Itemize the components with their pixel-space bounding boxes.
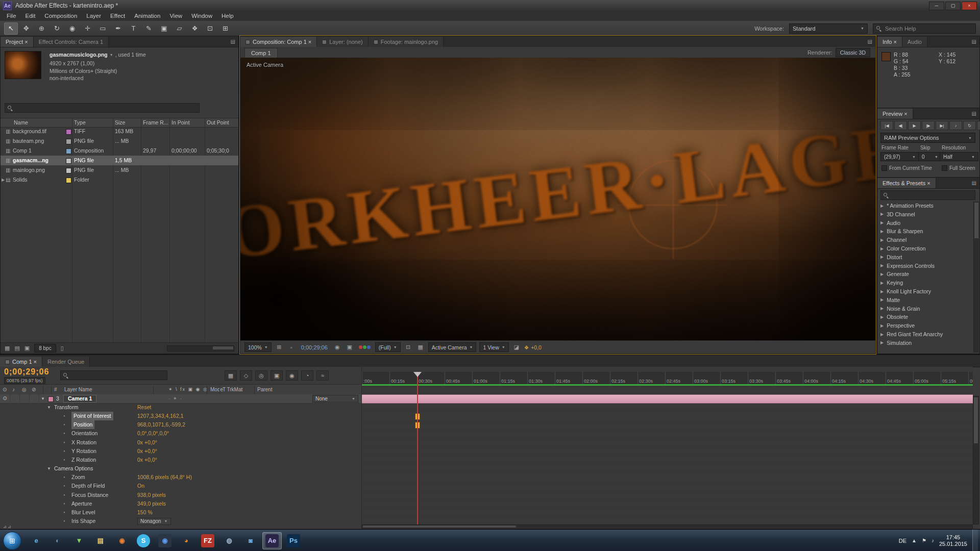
layer-row-camera-1[interactable]: ⊙ ▼ 3 Camera 1 ∙ ✶ ∙ None ▼ xyxy=(0,394,361,404)
exposure-control[interactable]: ❖ +0,0 xyxy=(524,344,542,350)
project-column-out-point[interactable]: Out Point xyxy=(207,118,229,127)
effects-category-matte[interactable]: ▶Matte xyxy=(880,296,900,304)
project-search-box[interactable] xyxy=(5,103,200,113)
effects-search-box[interactable] xyxy=(880,190,975,200)
tab-composition[interactable]: Composition: Comp 1 × xyxy=(240,37,317,47)
layer-name[interactable]: Camera 1 xyxy=(63,395,96,403)
audio-toggle-button[interactable]: ♪ xyxy=(949,121,962,130)
show-desktop-button[interactable] xyxy=(972,530,978,551)
stopwatch-icon[interactable]: ◔ xyxy=(62,412,65,420)
clock[interactable]: 17:45 25.01.2015 xyxy=(939,534,967,547)
composition-mini-flowchart-icon[interactable]: ▦ xyxy=(225,370,237,381)
transparency-grid-icon[interactable]: ▦ xyxy=(416,343,425,352)
tab-preview[interactable]: Preview × xyxy=(877,109,913,119)
iris-shape-dropdown[interactable]: Nonagon▼ xyxy=(137,518,171,525)
action-center-icon[interactable]: ⚑ xyxy=(922,538,926,543)
minimize-button[interactable]: ─ xyxy=(929,2,944,10)
shape-tool[interactable]: ▭ xyxy=(96,22,110,35)
taskbar-game[interactable]: ◍ xyxy=(219,532,239,549)
expand-icon[interactable]: ▶ xyxy=(880,263,884,268)
property-value[interactable]: On xyxy=(137,482,144,490)
hide-shy-icon[interactable]: ◎ xyxy=(255,370,267,381)
puppet-pin-tool[interactable]: ❖ xyxy=(188,22,202,35)
show-snapshot-icon[interactable]: ▣ xyxy=(345,343,354,352)
tab-timeline-comp1[interactable]: Comp 1 × xyxy=(0,357,42,367)
taskbar-skype[interactable]: S xyxy=(134,532,153,549)
project-row-comp-1[interactable]: ▥Comp 1Composition29,970;00;00;000;05;30… xyxy=(1,146,238,156)
layer-label-color[interactable] xyxy=(48,396,54,402)
safe-zones-icon[interactable]: ⊞ xyxy=(275,343,284,352)
expand-icon[interactable]: ▶ xyxy=(880,238,884,242)
delete-icon[interactable]: ▯ xyxy=(61,345,64,352)
stopwatch-icon[interactable]: ◔ xyxy=(62,482,65,490)
prev-frame-button[interactable]: ◀| xyxy=(894,121,907,130)
property-value[interactable]: 349,0 pixels xyxy=(137,499,166,508)
axis-mode-world-button[interactable]: ⊞ xyxy=(218,22,232,35)
effects-category-animation-presets[interactable]: ▶* Animation Presets xyxy=(880,202,934,210)
effects-category-expression-controls[interactable]: ▶Expression Controls xyxy=(880,262,935,270)
project-column-name[interactable]: Name xyxy=(14,118,28,127)
effects-category-3d-channel[interactable]: ▶3D Channel xyxy=(880,210,915,218)
rotate-tool[interactable]: ↻ xyxy=(50,22,64,35)
layer-duration-bar[interactable] xyxy=(362,394,973,404)
stopwatch-icon[interactable]: ◔ xyxy=(62,508,65,517)
property-value[interactable]: 0x +0,0° xyxy=(137,456,157,464)
skip-dropdown[interactable]: 0 ▼ xyxy=(918,152,942,161)
stopwatch-icon[interactable]: ◔ xyxy=(62,447,65,456)
label-color-chip[interactable] xyxy=(66,148,71,154)
mode-column-header[interactable]: Mode xyxy=(210,385,223,394)
clone-stamp-tool[interactable]: ▣ xyxy=(157,22,171,35)
taskbar-explorer[interactable]: ▤ xyxy=(91,532,110,549)
stopwatch-icon[interactable]: ◔ xyxy=(62,517,65,525)
tab-layer[interactable]: Layer: (none) xyxy=(317,37,368,47)
expand-icon[interactable]: ▶ xyxy=(880,246,884,251)
parent-dropdown[interactable]: None ▼ xyxy=(312,395,358,403)
label-color-chip[interactable] xyxy=(66,178,71,183)
taskbar-after-effects[interactable]: Ae xyxy=(262,532,282,549)
menu-edit[interactable]: Edit xyxy=(21,11,40,21)
project-column-in-point[interactable]: In Point xyxy=(172,118,190,127)
last-frame-button[interactable]: ▶| xyxy=(936,121,948,130)
property-value[interactable]: 1008,6 pixels (64,8° H) xyxy=(137,473,192,482)
property-value[interactable]: 0,0°,0,0°,0,0° xyxy=(137,429,169,438)
project-row-gasmacm-ng[interactable]: ▥gasmacm...ngPNG file1,5 MB xyxy=(1,156,238,165)
effects-category-color-correction[interactable]: ▶Color Correction xyxy=(880,244,926,253)
project-column-type[interactable]: Type xyxy=(74,118,86,127)
layer-solo-toggle[interactable] xyxy=(19,394,30,403)
axis-mode-local-button[interactable]: ⊡ xyxy=(203,22,217,35)
first-frame-button[interactable]: |◀ xyxy=(880,121,893,130)
property-row-focus-distance[interactable]: ◔Focus Distance938,0 pixels xyxy=(0,491,361,499)
taskbar-updater[interactable]: ▼ xyxy=(69,532,89,549)
from-current-time-checkbox[interactable]: From Current Time xyxy=(881,165,932,171)
effects-category-knoll-light-factory[interactable]: ▶Knoll Light Factory xyxy=(880,287,931,295)
zoom-tool[interactable]: ⊕ xyxy=(35,22,48,35)
effects-category-simulation[interactable]: ▶Simulation xyxy=(880,339,912,347)
titlebar[interactable]: Ae Adobe After Effects - kartenintro.aep… xyxy=(0,0,980,12)
effects-category-distort[interactable]: ▶Distort xyxy=(880,253,902,261)
property-row-y-rotation[interactable]: ◔Y Rotation0x +0,0° xyxy=(0,447,361,456)
effects-category-audio[interactable]: ▶Audio xyxy=(880,219,900,227)
tab-effect-controls[interactable]: Effect Controls: Camera 1 xyxy=(34,37,109,47)
menu-animation[interactable]: Animation xyxy=(130,11,165,21)
full-screen-checkbox[interactable]: Full Screen xyxy=(942,165,975,171)
frame-blend-icon[interactable]: ▣ xyxy=(271,370,283,381)
property-value[interactable]: 0x +0,0° xyxy=(137,447,157,456)
view-layout-dropdown[interactable]: 1 View ▼ xyxy=(479,342,508,352)
effects-category-keying[interactable]: ▶Keying xyxy=(880,279,903,287)
pan-behind-tool[interactable]: ✛ xyxy=(81,22,94,35)
tray-expand-icon[interactable]: ▲ xyxy=(912,538,917,543)
selection-tool[interactable]: ↖ xyxy=(4,22,18,35)
motion-blur-icon[interactable]: ◉ xyxy=(286,370,298,381)
expand-icon[interactable]: ▶ xyxy=(880,255,884,259)
preview-resolution-dropdown[interactable]: Half ▼ xyxy=(940,152,978,161)
text-tool[interactable]: T xyxy=(127,22,140,35)
ram-preview-options-dropdown[interactable]: RAM Preview Options ▼ xyxy=(880,133,975,143)
menu-help[interactable]: Help xyxy=(217,11,238,21)
property-row-position[interactable]: ◔Position968,0,1071,6,-599,2 xyxy=(0,420,361,429)
unified-camera-tool[interactable]: ◉ xyxy=(65,22,79,35)
property-value[interactable]: 150 % xyxy=(137,508,153,517)
time-ruler[interactable]: :00s00:15s00:30s00:45s01:00s01:15s01:30s… xyxy=(362,372,973,385)
comp-subtab[interactable]: Comp 1 xyxy=(244,48,278,58)
hand-tool[interactable]: ✥ xyxy=(19,22,33,35)
auto-keyframe-icon[interactable]: ◔ xyxy=(301,370,313,381)
